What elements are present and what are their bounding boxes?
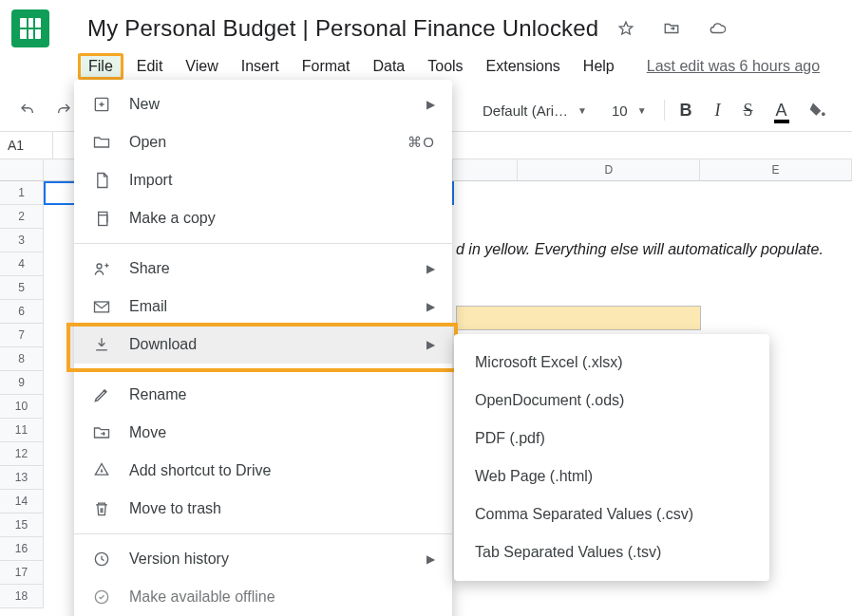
- file-import[interactable]: Import: [74, 161, 452, 199]
- file-add-shortcut[interactable]: Add shortcut to Drive: [74, 452, 452, 490]
- row-header[interactable]: 16: [0, 537, 44, 561]
- file-email[interactable]: Email ▶: [74, 288, 452, 326]
- download-ods[interactable]: OpenDocument (.ods): [454, 382, 769, 420]
- menu-extensions[interactable]: Extensions: [477, 54, 570, 79]
- file-trash[interactable]: Move to trash: [74, 490, 452, 528]
- menu-label: Move to trash: [129, 500, 435, 517]
- undo-icon[interactable]: [13, 98, 42, 122]
- font-family-select[interactable]: Default (Ari… ▼: [475, 101, 595, 121]
- sheets-logo[interactable]: [11, 9, 49, 47]
- chevron-right-icon: ▶: [426, 552, 435, 566]
- row-header[interactable]: 6: [0, 300, 44, 324]
- row-header[interactable]: 2: [0, 205, 44, 229]
- file-make-copy[interactable]: Make a copy: [74, 199, 452, 237]
- row-header[interactable]: 4: [0, 252, 44, 276]
- document-title[interactable]: My Personal Budget | Personal Finance Un…: [63, 15, 598, 42]
- download-html[interactable]: Web Page (.html): [454, 457, 769, 495]
- download-tsv[interactable]: Tab Separated Values (.tsv): [454, 533, 769, 571]
- chevron-right-icon: ▶: [426, 262, 435, 275]
- menu-label: Version history: [129, 551, 409, 568]
- history-icon: [91, 550, 112, 569]
- file-share[interactable]: Share ▶: [74, 250, 452, 288]
- column-header[interactable]: D: [518, 159, 700, 181]
- menu-label: Make available offline: [129, 588, 435, 606]
- row-header[interactable]: 3: [0, 229, 44, 252]
- file-offline[interactable]: Make available offline: [74, 578, 452, 616]
- row-header[interactable]: 9: [0, 371, 44, 395]
- folder-icon: [91, 133, 112, 152]
- row-header[interactable]: 17: [0, 561, 44, 585]
- menu-tools[interactable]: Tools: [418, 54, 472, 79]
- folder-move-icon: [91, 423, 112, 442]
- row-header[interactable]: 18: [0, 585, 44, 608]
- download-pdf[interactable]: PDF (.pdf): [454, 420, 769, 457]
- plus-box-icon: [91, 95, 112, 114]
- strikethrough-button[interactable]: S: [736, 101, 761, 121]
- download-icon: [91, 335, 112, 354]
- menu-insert[interactable]: Insert: [232, 54, 289, 79]
- row-header[interactable]: 12: [0, 442, 44, 466]
- menu-label: Make a copy: [129, 210, 435, 227]
- font-family-label: Default (Ari…: [483, 103, 568, 119]
- row-header[interactable]: 5: [0, 276, 44, 300]
- bold-button[interactable]: B: [672, 101, 700, 121]
- menu-label: Email: [129, 298, 409, 315]
- row-header[interactable]: 13: [0, 466, 44, 490]
- menu-label: Share: [129, 260, 409, 277]
- row-headers: 1 2 3 4 5 6 7 8 9 10 11 12 13 14 15 16 1…: [0, 181, 44, 608]
- chevron-right-icon: ▶: [426, 338, 435, 351]
- row-header[interactable]: 15: [0, 513, 44, 537]
- chevron-down-icon: ▼: [577, 105, 587, 116]
- select-all-corner[interactable]: [0, 159, 44, 181]
- file-rename[interactable]: Rename: [74, 376, 452, 414]
- file-download[interactable]: Download ▶: [74, 326, 452, 364]
- menu-label: Add shortcut to Drive: [129, 462, 435, 479]
- menu-edit[interactable]: Edit: [127, 54, 173, 79]
- file-version-history[interactable]: Version history ▶: [74, 540, 452, 578]
- menu-data[interactable]: Data: [363, 54, 414, 79]
- row-header[interactable]: 10: [0, 395, 44, 419]
- menu-label: Download: [129, 336, 409, 353]
- file-icon: [91, 171, 112, 190]
- download-submenu: Microsoft Excel (.xlsx) OpenDocument (.o…: [454, 334, 769, 581]
- italic-button[interactable]: I: [708, 101, 729, 121]
- move-to-folder-icon[interactable]: [657, 16, 686, 41]
- row-header[interactable]: 7: [0, 324, 44, 347]
- last-edit-link[interactable]: Last edit was 6 hours ago: [647, 58, 820, 75]
- row-header[interactable]: 11: [0, 419, 44, 442]
- svg-point-3: [97, 264, 102, 269]
- file-new[interactable]: New ▶: [74, 85, 452, 123]
- font-size-select[interactable]: 10 ▼: [602, 101, 656, 121]
- menubar: File Edit View Insert Format Data Tools …: [0, 47, 852, 80]
- menu-label: Rename: [129, 386, 435, 403]
- highlighted-cell[interactable]: [456, 306, 701, 330]
- column-header[interactable]: E: [700, 159, 852, 181]
- chevron-right-icon: ▶: [426, 98, 435, 111]
- menu-format[interactable]: Format: [293, 54, 360, 79]
- chevron-right-icon: ▶: [426, 300, 435, 313]
- menu-help[interactable]: Help: [574, 54, 624, 79]
- menu-label: New: [129, 96, 409, 113]
- trash-icon: [91, 499, 112, 518]
- row-header[interactable]: 14: [0, 490, 44, 513]
- name-box[interactable]: A1: [0, 132, 53, 159]
- pencil-icon: [91, 385, 112, 404]
- chevron-down-icon: ▼: [637, 105, 647, 116]
- column-header-hidden[interactable]: [453, 159, 518, 181]
- text-color-button[interactable]: A: [768, 101, 795, 121]
- download-csv[interactable]: Comma Separated Values (.csv): [454, 495, 769, 533]
- star-icon[interactable]: [612, 16, 640, 41]
- row-header[interactable]: 8: [0, 347, 44, 371]
- fill-color-icon[interactable]: [803, 97, 833, 123]
- svg-point-0: [822, 112, 825, 116]
- menu-view[interactable]: View: [176, 54, 227, 79]
- menu-label: Open: [129, 134, 390, 151]
- row-header[interactable]: 1: [0, 181, 44, 205]
- svg-rect-2: [99, 215, 107, 226]
- file-move[interactable]: Move: [74, 414, 452, 452]
- cloud-status-icon[interactable]: [703, 16, 731, 41]
- download-xlsx[interactable]: Microsoft Excel (.xlsx): [454, 344, 769, 382]
- share-icon: [91, 259, 112, 278]
- menu-file[interactable]: File: [78, 53, 123, 80]
- file-open[interactable]: Open ⌘O: [74, 123, 452, 161]
